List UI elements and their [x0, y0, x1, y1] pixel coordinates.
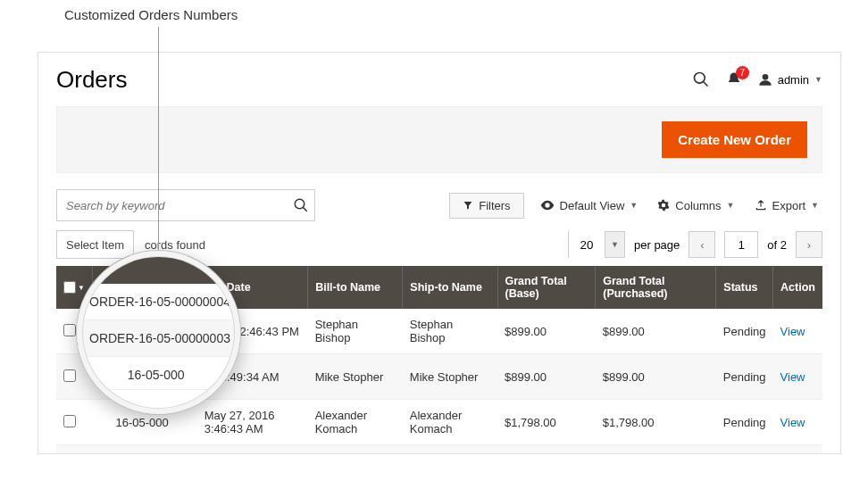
cell-ship: Alexander Komach [403, 400, 497, 445]
cell-base: $899.00 [497, 354, 596, 400]
row-checkbox[interactable] [63, 324, 76, 336]
header-actions: 7 admin ▼ [692, 70, 822, 88]
page-header: Orders 7 admin ▼ [56, 53, 822, 106]
cell-purchased: $1,798.00 [596, 400, 716, 445]
svg-point-3 [295, 199, 305, 209]
gear-icon [657, 199, 670, 211]
cell-base: $899.00 [497, 309, 596, 354]
col-purchased[interactable]: Grand Total (Purchased) [596, 266, 716, 309]
toolbar-right: Filters Default View ▼ Columns ▼ Export … [449, 193, 822, 219]
lens-row: ORDER-16-05-00000004 [77, 284, 240, 320]
cell-status: Pending [716, 445, 773, 455]
view-link[interactable]: View [780, 370, 805, 384]
lens-row: 16-05-000 [77, 357, 240, 390]
cell-action: View [773, 400, 822, 445]
user-menu[interactable]: admin ▼ [758, 72, 822, 87]
notification-count: 7 [736, 66, 749, 79]
cell-date: May 27, 2016 2:37:47 AM [197, 445, 308, 455]
columns-button[interactable]: Columns ▼ [654, 194, 738, 218]
default-view-button[interactable]: Default View ▼ [537, 194, 642, 218]
funnel-icon [463, 200, 473, 211]
export-label: Export [772, 199, 806, 212]
per-page-caret[interactable]: ▼ [605, 232, 624, 257]
cell-ship: Manuel Rubio [403, 445, 497, 455]
cell-base: $899.00 [497, 445, 596, 455]
toolbar: Filters Default View ▼ Columns ▼ Export … [56, 189, 822, 221]
cell-bill: Stephan Bishop [308, 309, 403, 354]
col-status[interactable]: Status [716, 266, 773, 309]
export-icon [755, 199, 767, 211]
col-action[interactable]: Action [773, 266, 822, 309]
export-button[interactable]: Export ▼ [751, 194, 823, 218]
search-input[interactable] [66, 199, 293, 212]
filters-label: Filters [479, 199, 510, 212]
caret-down-icon: ▼ [630, 201, 638, 210]
cell-purchased: $899.00 [596, 354, 716, 400]
row-checkbox[interactable] [63, 415, 76, 427]
view-link[interactable]: View [780, 325, 805, 338]
select-all-checkbox[interactable] [63, 281, 76, 294]
row-checkbox[interactable] [63, 369, 76, 382]
lens-row: ORDER-16-05-00000003 [77, 320, 240, 357]
username: admin [778, 73, 809, 87]
search-icon[interactable] [692, 70, 710, 88]
cell-status: Pending [716, 400, 773, 445]
cell-bill: Mike Stopher [308, 354, 403, 400]
cell-action: View [773, 354, 822, 400]
cell-ship: Stephan Bishop [403, 309, 497, 354]
svg-line-4 [303, 207, 307, 211]
cell-status: Pending [716, 309, 773, 354]
per-page-select[interactable]: ▼ [568, 231, 625, 258]
col-bill[interactable]: Bill-to Name [308, 266, 403, 309]
page-of: of 2 [767, 238, 787, 252]
cell-status: Pending [716, 354, 773, 400]
per-page-label: per page [634, 238, 680, 252]
cell-purchased: $899.00 [596, 309, 716, 354]
search-submit-icon[interactable] [293, 197, 309, 213]
columns-label: Columns [675, 199, 721, 212]
page-title: Orders [56, 66, 127, 94]
svg-point-0 [694, 73, 705, 84]
row-checkbox-cell [56, 445, 92, 455]
search-box [56, 189, 315, 221]
row-checkbox-cell [56, 400, 92, 445]
next-page-button[interactable]: › [796, 231, 822, 258]
user-icon [758, 72, 772, 87]
cell-base: $1,798.00 [497, 400, 596, 445]
caret-down-icon: ▼ [727, 201, 735, 210]
callout-label: Customized Orders Numbers [64, 7, 238, 22]
caret-down-icon: ▼ [814, 75, 822, 84]
prev-page-button[interactable]: ‹ [689, 231, 715, 258]
svg-point-2 [762, 74, 768, 80]
callout-line [158, 27, 159, 281]
filters-button[interactable]: Filters [449, 193, 523, 219]
col-base[interactable]: Grand Total (Base) [497, 266, 596, 309]
caret-down-icon: ▼ [811, 201, 819, 210]
table-row: ORDER-16-05-00000001May 27, 2016 2:37:47… [56, 445, 822, 455]
cell-action: View [773, 445, 822, 455]
eye-icon [540, 200, 555, 211]
action-bar: Create New Order [56, 106, 822, 173]
cell-action: View [773, 309, 822, 354]
cell-ship: Mike Stopher [403, 354, 497, 400]
cell-bill: Manuel Rubio [308, 445, 403, 455]
col-ship[interactable]: Ship-to Name [403, 266, 497, 309]
cell-bill: Alexander Komach [308, 400, 403, 445]
cell-date: May 27, 2016 3:46:43 AM [197, 400, 308, 445]
page-input[interactable] [724, 231, 758, 258]
view-link[interactable]: View [780, 416, 805, 429]
per-page-input[interactable] [569, 231, 605, 258]
select-items-dropdown[interactable]: Select Item [56, 230, 134, 259]
svg-line-1 [703, 82, 707, 87]
magnifier-lens: D ORDER-16-05-00000004 ORDER-16-05-00000… [76, 250, 241, 415]
create-order-button[interactable]: Create New Order [662, 121, 807, 158]
pagination: ▼ per page ‹ of 2 › [568, 231, 822, 258]
default-view-label: Default View [560, 199, 625, 212]
notifications-icon[interactable]: 7 [726, 71, 742, 87]
select-all-caret[interactable]: ▼ [78, 284, 85, 292]
cell-id: ORDER-16-05-00000001 [92, 445, 196, 455]
cell-purchased: $899.00 [596, 445, 716, 455]
